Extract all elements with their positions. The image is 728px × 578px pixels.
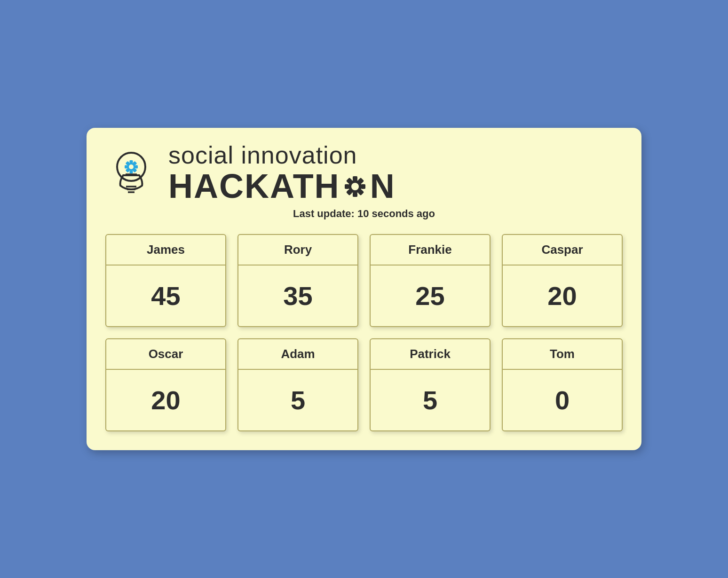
player-card: Frankie25	[370, 234, 491, 327]
title-line1: social innovation	[168, 142, 396, 169]
player-name: James	[106, 235, 225, 266]
svg-rect-7	[130, 160, 133, 163]
player-card: Rory35	[237, 234, 358, 327]
title-block: social innovation HACKATH	[168, 142, 396, 204]
svg-rect-21	[353, 193, 357, 197]
svg-rect-17	[353, 176, 357, 180]
player-score: 35	[238, 266, 357, 326]
player-grid: James45Rory35Frankie25Caspar20Oscar20Ada…	[105, 234, 623, 431]
player-name: Caspar	[503, 235, 622, 266]
svg-rect-9	[135, 165, 138, 169]
player-card: James45	[105, 234, 226, 327]
player-card: Tom0	[502, 338, 623, 431]
main-card: social innovation HACKATH	[87, 128, 641, 451]
player-score: 5	[371, 370, 490, 430]
player-score: 0	[503, 370, 622, 430]
svg-point-6	[129, 164, 134, 169]
player-card: Oscar20	[105, 338, 226, 431]
title-n: N	[370, 169, 396, 204]
player-card: Caspar20	[502, 234, 623, 327]
hackathon-logo-icon	[105, 147, 157, 199]
player-name: Adam	[238, 339, 357, 370]
player-card: Adam5	[237, 338, 358, 431]
player-card: Patrick5	[370, 338, 491, 431]
player-score: 20	[106, 370, 225, 430]
svg-rect-19	[361, 184, 365, 189]
svg-rect-11	[130, 171, 133, 173]
player-name: Patrick	[371, 339, 490, 370]
player-score: 5	[238, 370, 357, 430]
player-score: 25	[371, 266, 490, 326]
title-gear-icon	[340, 171, 370, 203]
svg-point-16	[351, 183, 359, 190]
player-name: Rory	[238, 235, 357, 266]
player-name: Tom	[503, 339, 622, 370]
header: social innovation HACKATH	[105, 142, 623, 204]
title-hackath: HACKATH	[168, 169, 340, 204]
player-score: 45	[106, 266, 225, 326]
player-name: Frankie	[371, 235, 490, 266]
player-name: Oscar	[106, 339, 225, 370]
title-line2: HACKATH N	[168, 169, 396, 204]
svg-rect-23	[345, 184, 349, 189]
last-update-label: Last update: 10 seconds ago	[105, 208, 623, 220]
player-score: 20	[503, 266, 622, 326]
svg-rect-13	[125, 165, 127, 169]
